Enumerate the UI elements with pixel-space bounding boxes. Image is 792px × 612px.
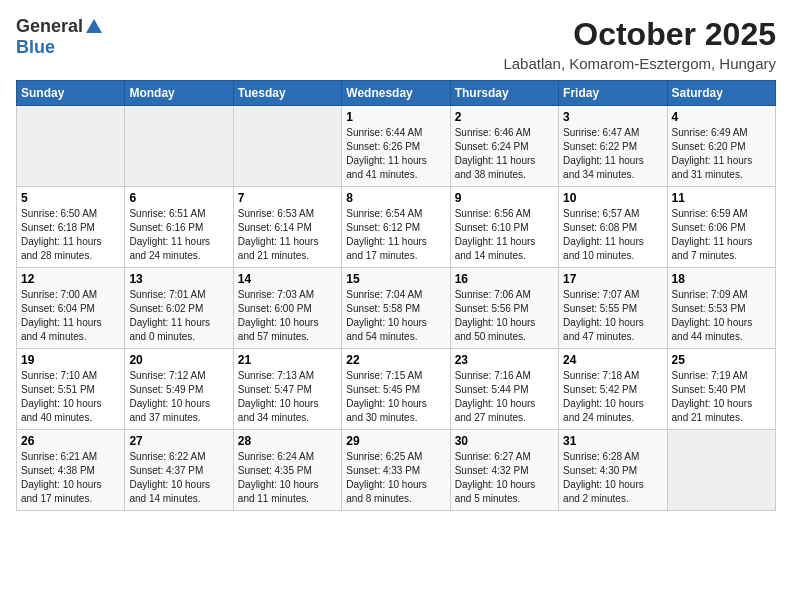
day-info: Sunrise: 7:12 AM Sunset: 5:49 PM Dayligh… bbox=[129, 369, 228, 425]
day-info: Sunrise: 7:18 AM Sunset: 5:42 PM Dayligh… bbox=[563, 369, 662, 425]
day-info: Sunrise: 7:06 AM Sunset: 5:56 PM Dayligh… bbox=[455, 288, 554, 344]
weekday-header-tuesday: Tuesday bbox=[233, 81, 341, 106]
weekday-header-thursday: Thursday bbox=[450, 81, 558, 106]
week-row: 1Sunrise: 6:44 AM Sunset: 6:26 PM Daylig… bbox=[17, 106, 776, 187]
day-number: 13 bbox=[129, 272, 228, 286]
day-info: Sunrise: 6:22 AM Sunset: 4:37 PM Dayligh… bbox=[129, 450, 228, 506]
calendar-cell: 3Sunrise: 6:47 AM Sunset: 6:22 PM Daylig… bbox=[559, 106, 667, 187]
day-number: 8 bbox=[346, 191, 445, 205]
svg-marker-0 bbox=[86, 19, 102, 33]
day-number: 20 bbox=[129, 353, 228, 367]
day-number: 19 bbox=[21, 353, 120, 367]
day-info: Sunrise: 7:13 AM Sunset: 5:47 PM Dayligh… bbox=[238, 369, 337, 425]
weekday-header-saturday: Saturday bbox=[667, 81, 775, 106]
calendar-cell: 21Sunrise: 7:13 AM Sunset: 5:47 PM Dayli… bbox=[233, 349, 341, 430]
title-block: October 2025 Labatlan, Komarom-Esztergom… bbox=[503, 16, 776, 72]
page-header: General Blue October 2025 Labatlan, Koma… bbox=[16, 16, 776, 72]
day-info: Sunrise: 6:46 AM Sunset: 6:24 PM Dayligh… bbox=[455, 126, 554, 182]
calendar-cell: 7Sunrise: 6:53 AM Sunset: 6:14 PM Daylig… bbox=[233, 187, 341, 268]
day-number: 3 bbox=[563, 110, 662, 124]
day-number: 24 bbox=[563, 353, 662, 367]
day-number: 27 bbox=[129, 434, 228, 448]
day-number: 9 bbox=[455, 191, 554, 205]
calendar-cell: 16Sunrise: 7:06 AM Sunset: 5:56 PM Dayli… bbox=[450, 268, 558, 349]
calendar-cell bbox=[667, 430, 775, 511]
month-title: October 2025 bbox=[503, 16, 776, 53]
calendar-cell: 28Sunrise: 6:24 AM Sunset: 4:35 PM Dayli… bbox=[233, 430, 341, 511]
day-info: Sunrise: 6:47 AM Sunset: 6:22 PM Dayligh… bbox=[563, 126, 662, 182]
day-info: Sunrise: 6:27 AM Sunset: 4:32 PM Dayligh… bbox=[455, 450, 554, 506]
calendar-cell: 26Sunrise: 6:21 AM Sunset: 4:38 PM Dayli… bbox=[17, 430, 125, 511]
day-number: 10 bbox=[563, 191, 662, 205]
calendar-cell: 30Sunrise: 6:27 AM Sunset: 4:32 PM Dayli… bbox=[450, 430, 558, 511]
weekday-header-wednesday: Wednesday bbox=[342, 81, 450, 106]
day-number: 23 bbox=[455, 353, 554, 367]
calendar-cell: 10Sunrise: 6:57 AM Sunset: 6:08 PM Dayli… bbox=[559, 187, 667, 268]
weekday-header-sunday: Sunday bbox=[17, 81, 125, 106]
calendar-cell: 2Sunrise: 6:46 AM Sunset: 6:24 PM Daylig… bbox=[450, 106, 558, 187]
day-number: 11 bbox=[672, 191, 771, 205]
day-info: Sunrise: 6:57 AM Sunset: 6:08 PM Dayligh… bbox=[563, 207, 662, 263]
day-number: 29 bbox=[346, 434, 445, 448]
day-info: Sunrise: 7:04 AM Sunset: 5:58 PM Dayligh… bbox=[346, 288, 445, 344]
calendar-table: SundayMondayTuesdayWednesdayThursdayFrid… bbox=[16, 80, 776, 511]
day-info: Sunrise: 6:44 AM Sunset: 6:26 PM Dayligh… bbox=[346, 126, 445, 182]
calendar-cell: 1Sunrise: 6:44 AM Sunset: 6:26 PM Daylig… bbox=[342, 106, 450, 187]
calendar-cell: 13Sunrise: 7:01 AM Sunset: 6:02 PM Dayli… bbox=[125, 268, 233, 349]
calendar-cell: 31Sunrise: 6:28 AM Sunset: 4:30 PM Dayli… bbox=[559, 430, 667, 511]
logo-general: General bbox=[16, 16, 83, 37]
day-number: 21 bbox=[238, 353, 337, 367]
calendar-cell: 20Sunrise: 7:12 AM Sunset: 5:49 PM Dayli… bbox=[125, 349, 233, 430]
day-number: 12 bbox=[21, 272, 120, 286]
calendar-cell: 27Sunrise: 6:22 AM Sunset: 4:37 PM Dayli… bbox=[125, 430, 233, 511]
logo: General Blue bbox=[16, 16, 103, 58]
day-info: Sunrise: 6:50 AM Sunset: 6:18 PM Dayligh… bbox=[21, 207, 120, 263]
header-row: SundayMondayTuesdayWednesdayThursdayFrid… bbox=[17, 81, 776, 106]
day-number: 4 bbox=[672, 110, 771, 124]
day-info: Sunrise: 6:24 AM Sunset: 4:35 PM Dayligh… bbox=[238, 450, 337, 506]
day-number: 25 bbox=[672, 353, 771, 367]
day-number: 2 bbox=[455, 110, 554, 124]
calendar-cell: 9Sunrise: 6:56 AM Sunset: 6:10 PM Daylig… bbox=[450, 187, 558, 268]
calendar-cell: 4Sunrise: 6:49 AM Sunset: 6:20 PM Daylig… bbox=[667, 106, 775, 187]
day-info: Sunrise: 7:19 AM Sunset: 5:40 PM Dayligh… bbox=[672, 369, 771, 425]
location-title: Labatlan, Komarom-Esztergom, Hungary bbox=[503, 55, 776, 72]
calendar-cell: 29Sunrise: 6:25 AM Sunset: 4:33 PM Dayli… bbox=[342, 430, 450, 511]
calendar-cell: 22Sunrise: 7:15 AM Sunset: 5:45 PM Dayli… bbox=[342, 349, 450, 430]
day-number: 17 bbox=[563, 272, 662, 286]
day-info: Sunrise: 6:21 AM Sunset: 4:38 PM Dayligh… bbox=[21, 450, 120, 506]
day-number: 30 bbox=[455, 434, 554, 448]
calendar-cell: 24Sunrise: 7:18 AM Sunset: 5:42 PM Dayli… bbox=[559, 349, 667, 430]
day-number: 1 bbox=[346, 110, 445, 124]
day-number: 26 bbox=[21, 434, 120, 448]
day-info: Sunrise: 6:54 AM Sunset: 6:12 PM Dayligh… bbox=[346, 207, 445, 263]
calendar-cell bbox=[125, 106, 233, 187]
day-info: Sunrise: 6:25 AM Sunset: 4:33 PM Dayligh… bbox=[346, 450, 445, 506]
calendar-cell: 15Sunrise: 7:04 AM Sunset: 5:58 PM Dayli… bbox=[342, 268, 450, 349]
day-info: Sunrise: 7:01 AM Sunset: 6:02 PM Dayligh… bbox=[129, 288, 228, 344]
calendar-cell: 17Sunrise: 7:07 AM Sunset: 5:55 PM Dayli… bbox=[559, 268, 667, 349]
day-number: 22 bbox=[346, 353, 445, 367]
day-number: 28 bbox=[238, 434, 337, 448]
day-info: Sunrise: 6:59 AM Sunset: 6:06 PM Dayligh… bbox=[672, 207, 771, 263]
calendar-cell: 5Sunrise: 6:50 AM Sunset: 6:18 PM Daylig… bbox=[17, 187, 125, 268]
weekday-header-monday: Monday bbox=[125, 81, 233, 106]
day-number: 6 bbox=[129, 191, 228, 205]
day-number: 7 bbox=[238, 191, 337, 205]
day-info: Sunrise: 7:15 AM Sunset: 5:45 PM Dayligh… bbox=[346, 369, 445, 425]
day-info: Sunrise: 6:56 AM Sunset: 6:10 PM Dayligh… bbox=[455, 207, 554, 263]
day-info: Sunrise: 6:51 AM Sunset: 6:16 PM Dayligh… bbox=[129, 207, 228, 263]
calendar-cell bbox=[17, 106, 125, 187]
day-info: Sunrise: 7:10 AM Sunset: 5:51 PM Dayligh… bbox=[21, 369, 120, 425]
week-row: 19Sunrise: 7:10 AM Sunset: 5:51 PM Dayli… bbox=[17, 349, 776, 430]
day-info: Sunrise: 7:07 AM Sunset: 5:55 PM Dayligh… bbox=[563, 288, 662, 344]
day-number: 15 bbox=[346, 272, 445, 286]
day-number: 31 bbox=[563, 434, 662, 448]
logo-icon bbox=[85, 17, 103, 35]
calendar-cell: 6Sunrise: 6:51 AM Sunset: 6:16 PM Daylig… bbox=[125, 187, 233, 268]
calendar-cell bbox=[233, 106, 341, 187]
logo-blue: Blue bbox=[16, 37, 55, 57]
day-info: Sunrise: 7:00 AM Sunset: 6:04 PM Dayligh… bbox=[21, 288, 120, 344]
day-number: 14 bbox=[238, 272, 337, 286]
week-row: 26Sunrise: 6:21 AM Sunset: 4:38 PM Dayli… bbox=[17, 430, 776, 511]
